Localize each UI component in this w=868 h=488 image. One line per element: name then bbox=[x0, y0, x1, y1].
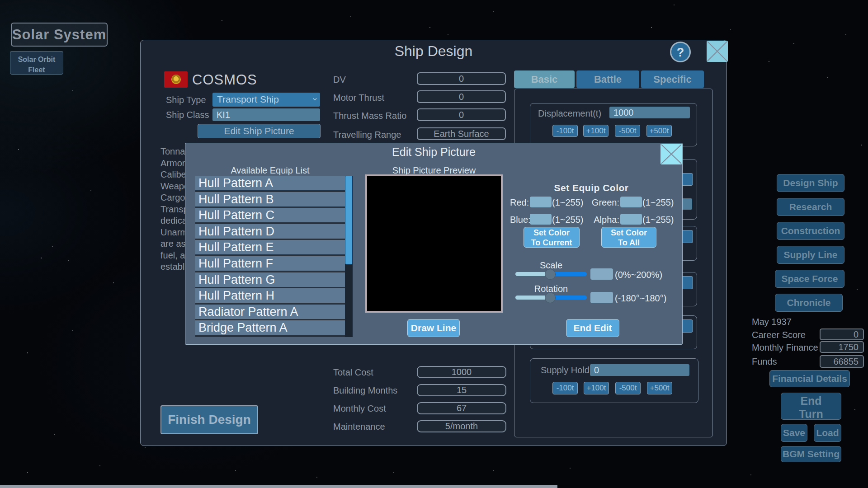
equip-list-item[interactable]: Hull Pattern G bbox=[195, 272, 345, 287]
maintenance-value: 5/month bbox=[417, 420, 506, 432]
load-button[interactable]: Load bbox=[814, 424, 841, 442]
equip-list-item[interactable]: Hull Pattern D bbox=[195, 224, 345, 239]
set-color-to-current-button[interactable]: Set Color To Current bbox=[524, 227, 580, 248]
desc-line: Calibe bbox=[160, 169, 186, 181]
red-label: Red: bbox=[510, 197, 529, 208]
dialog-close-button[interactable] bbox=[707, 41, 728, 62]
tab-basic[interactable]: Basic bbox=[514, 70, 575, 88]
save-button[interactable]: Save bbox=[781, 424, 807, 442]
funds-value: 66855 bbox=[820, 355, 864, 368]
desc-line: Transp bbox=[160, 204, 186, 216]
desc-line: Armor bbox=[160, 158, 186, 169]
desc-line: Weapo bbox=[160, 181, 186, 192]
ship-class-label: Ship Class bbox=[166, 110, 209, 120]
dv-value: 0 bbox=[417, 72, 506, 85]
supply-minus-100t-button[interactable]: -100t bbox=[552, 382, 578, 394]
travelling-range-label: Travelling Range bbox=[333, 130, 401, 140]
design-ship-button[interactable]: Design Ship bbox=[777, 174, 844, 192]
total-cost-label: Total Cost bbox=[333, 367, 373, 378]
supply-line-button[interactable]: Supply Line bbox=[777, 246, 844, 264]
monthly-finance-label: Monthly Finance bbox=[752, 343, 818, 353]
equip-list-item[interactable]: Hull Pattern B bbox=[195, 192, 345, 206]
flag-emblem bbox=[171, 75, 181, 84]
ship-type-dropdown[interactable]: Transport Ship bbox=[212, 93, 320, 107]
monthly-cost-value: 67 bbox=[417, 402, 506, 414]
edit-ship-picture-button[interactable]: Edit Ship Picture bbox=[198, 124, 321, 138]
equip-list-scrollbar[interactable] bbox=[345, 176, 353, 337]
chronicle-button[interactable]: Chronicle bbox=[775, 294, 843, 312]
space-force-button[interactable]: Space Force bbox=[775, 270, 844, 288]
green-label: Green: bbox=[591, 197, 619, 208]
displacement-input[interactable]: 1000 bbox=[609, 107, 690, 118]
ship-class-input[interactable]: KI1 bbox=[212, 108, 320, 121]
equip-list-item[interactable]: Hull Pattern C bbox=[195, 208, 345, 222]
green-input[interactable] bbox=[620, 197, 642, 207]
game-screen: Solar System Solar Orbit Fleet Design Sh… bbox=[0, 0, 868, 488]
supply-plus-500t-button[interactable]: +500t bbox=[647, 382, 672, 394]
displacement-plus-100t-button[interactable]: +100t bbox=[583, 125, 609, 137]
finish-design-button[interactable]: Finish Design bbox=[160, 405, 258, 434]
help-icon[interactable]: ? bbox=[670, 42, 691, 62]
draw-line-button[interactable]: Draw Line bbox=[407, 319, 460, 337]
modal-close-button[interactable] bbox=[660, 144, 682, 164]
displacement-minus-100t-button[interactable]: -100t bbox=[552, 125, 578, 137]
rotation-input[interactable] bbox=[590, 292, 613, 303]
displacement-label: Displacement(t) bbox=[538, 108, 601, 119]
ship-type-label: Ship Type bbox=[166, 95, 206, 105]
supply-plus-100t-button[interactable]: +100t bbox=[584, 382, 609, 394]
supply-hold-input[interactable]: 0 bbox=[590, 364, 689, 376]
bgm-setting-button[interactable]: BGM Setting bbox=[781, 446, 841, 462]
monthly-cost-label: Monthly Cost bbox=[333, 404, 386, 414]
supply-minus-500t-button[interactable]: -500t bbox=[615, 382, 641, 394]
close-icon bbox=[660, 144, 682, 164]
equip-list-item[interactable]: Hull Pattern E bbox=[195, 240, 345, 254]
scrollbar-thumb[interactable] bbox=[345, 176, 352, 264]
end-edit-button[interactable]: End Edit bbox=[566, 319, 619, 337]
career-score-value: 0 bbox=[820, 328, 864, 340]
equip-list-item[interactable]: Hull Pattern F bbox=[195, 256, 345, 271]
scale-range: (0%~200%) bbox=[615, 270, 662, 280]
desc-line: fuel, a bbox=[160, 250, 186, 262]
solar-orbit-fleet-button[interactable]: Solar Orbit Fleet bbox=[10, 51, 63, 75]
tab-battle[interactable]: Battle bbox=[576, 70, 639, 88]
modal-title: Edit Ship Picture bbox=[185, 145, 683, 159]
research-button[interactable]: Research bbox=[777, 198, 844, 216]
date-label: May 1937 bbox=[752, 317, 792, 327]
desc-line: Cargo bbox=[160, 192, 186, 204]
equip-list-item[interactable]: Hull Pattern A bbox=[195, 176, 345, 190]
thrust-mass-ratio-value: 0 bbox=[417, 108, 506, 121]
displacement-minus-500t-button[interactable]: -500t bbox=[615, 125, 640, 137]
building-months-label: Building Months bbox=[333, 385, 397, 396]
close-icon bbox=[707, 41, 728, 62]
set-equip-color-title: Set Equip Color bbox=[510, 183, 673, 193]
scale-slider-thumb[interactable] bbox=[545, 269, 556, 280]
total-cost-value: 1000 bbox=[417, 366, 506, 378]
dialog-title: Ship Design bbox=[140, 43, 727, 60]
desc-line: are as bbox=[160, 238, 186, 250]
equip-list: Hull Pattern A Hull Pattern B Hull Patte… bbox=[195, 176, 345, 337]
tab-specific[interactable]: Specific bbox=[641, 70, 704, 88]
desc-line: dedica bbox=[160, 215, 186, 227]
bottom-scrollbar[interactable] bbox=[0, 485, 557, 488]
financial-details-button[interactable]: Financial Details bbox=[769, 370, 850, 387]
ship-picture-preview[interactable] bbox=[365, 174, 503, 313]
blue-input[interactable] bbox=[530, 214, 552, 225]
building-months-value: 15 bbox=[417, 384, 506, 396]
equip-list-item[interactable]: Bridge Pattern A bbox=[195, 320, 345, 335]
alpha-input[interactable] bbox=[620, 214, 642, 225]
set-color-to-all-button[interactable]: Set Color To All bbox=[601, 227, 656, 248]
alpha-label: Alpha: bbox=[591, 215, 619, 225]
motor-thrust-value: 0 bbox=[417, 90, 506, 103]
construction-button[interactable]: Construction bbox=[777, 222, 844, 240]
green-range: (1~255) bbox=[642, 197, 674, 208]
end-turn-button[interactable]: End Turn bbox=[781, 393, 841, 420]
solar-system-button[interactable]: Solar System bbox=[11, 23, 108, 47]
equip-list-item[interactable]: Hull Pattern H bbox=[195, 288, 345, 303]
rotation-slider-thumb[interactable] bbox=[545, 292, 556, 303]
thrust-mass-ratio-label: Thrust Mass Ratio bbox=[333, 111, 406, 121]
displacement-plus-500t-button[interactable]: +500t bbox=[646, 125, 672, 137]
red-input[interactable] bbox=[530, 197, 552, 207]
equip-list-item[interactable]: Radiator Pattern A bbox=[195, 305, 345, 319]
scale-input[interactable] bbox=[590, 268, 613, 280]
rotation-range: (-180°~180°) bbox=[615, 293, 666, 304]
